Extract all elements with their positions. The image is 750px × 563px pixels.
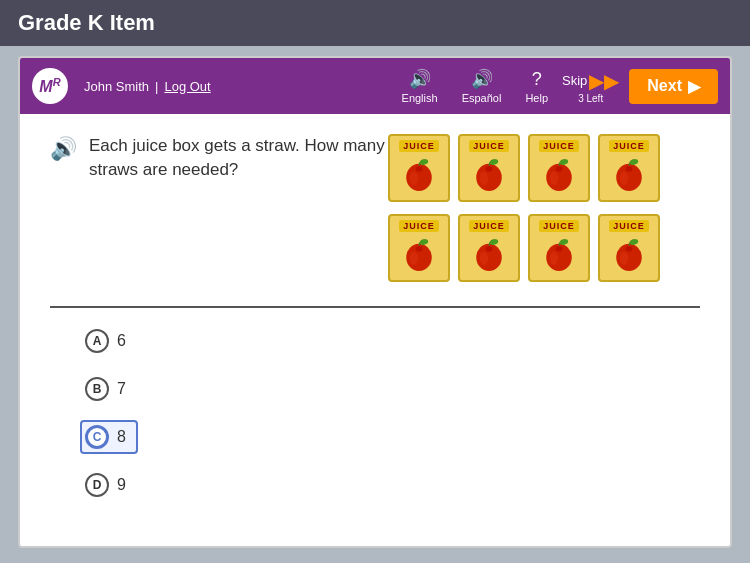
english-button[interactable]: 🔊 English [392,64,448,108]
apple-icon-2 [472,155,506,193]
svg-point-31 [626,246,633,251]
juice-label-4: JUICE [609,140,649,152]
question-left: 🔊 Each juice box gets a straw. How many … [50,134,388,182]
apple-icon-5 [402,235,436,273]
espanol-label: Español [462,92,502,104]
page-title: Grade K Item [18,10,155,36]
skip-forward-icon: ▶▶ [589,69,619,93]
skip-container: Skip ▶▶ 3 Left [562,69,619,104]
help-button[interactable]: ? Help [515,65,558,108]
svg-point-13 [620,171,629,185]
question-text: Each juice box gets a straw. How many st… [89,134,388,182]
answer-text-b: 7 [117,380,126,398]
apple-icon-6 [472,235,506,273]
svg-point-11 [556,166,563,171]
juice-label-6: JUICE [469,220,509,232]
skip-left: 3 Left [578,93,603,104]
juice-label-7: JUICE [539,220,579,232]
juice-label-5: JUICE [399,220,439,232]
answer-text-d: 9 [117,476,126,494]
audio-english-icon: 🔊 [409,68,431,90]
juice-box-3: JUICE [528,134,590,202]
juice-box-6: JUICE [458,214,520,282]
svg-point-5 [480,171,489,185]
juice-box-5: JUICE [388,214,450,282]
svg-point-21 [480,251,489,265]
svg-point-3 [416,166,423,171]
skip-label: Skip [562,73,587,88]
content-area: 🔊 Each juice box gets a straw. How many … [20,114,730,522]
apple-icon-4 [612,155,646,193]
apple-icon-8 [612,235,646,273]
apple-icon-3 [542,155,576,193]
answer-item-d[interactable]: D 9 [80,468,700,502]
juice-box-4: JUICE [598,134,660,202]
juice-box-2: JUICE [458,134,520,202]
juice-grid: JUICE JUICE [388,134,660,286]
svg-point-25 [550,251,559,265]
juice-box-8: JUICE [598,214,660,282]
user-info: John Smith | Log Out [84,79,211,94]
svg-point-23 [486,246,493,251]
main-container: MR John Smith | Log Out 🔊 English 🔊 Espa… [18,56,732,548]
answer-circle-d: D [85,473,109,497]
answer-text-c: 8 [117,428,126,446]
answer-text-a: 6 [117,332,126,350]
svg-point-9 [550,171,559,185]
divider: | [155,79,158,94]
next-label: Next [647,77,682,95]
question-audio-icon[interactable]: 🔊 [50,136,77,162]
juice-label-8: JUICE [609,220,649,232]
svg-point-1 [410,171,419,185]
help-icon: ? [532,69,542,90]
juice-label-1: JUICE [399,140,439,152]
help-label: Help [525,92,548,104]
svg-point-19 [416,246,423,251]
juice-box-7: JUICE [528,214,590,282]
next-arrow-icon: ▶ [688,77,700,96]
answer-circle-c: C [85,425,109,449]
answer-wrapper-b[interactable]: B 7 [80,372,138,406]
logo-icon: MR [32,68,68,104]
answer-wrapper-c[interactable]: C 8 [80,420,138,454]
svg-point-15 [626,166,633,171]
answer-choices: A 6 B 7 C 8 D 9 [50,324,700,502]
svg-point-17 [410,251,419,265]
user-name: John Smith [84,79,149,94]
svg-point-29 [620,251,629,265]
next-button[interactable]: Next ▶ [629,69,718,104]
espanol-button[interactable]: 🔊 Español [452,64,512,108]
apple-icon-1 [402,155,436,193]
answer-circle-a: A [85,329,109,353]
question-row: 🔊 Each juice box gets a straw. How many … [50,134,700,286]
juice-label-3: JUICE [539,140,579,152]
skip-button[interactable]: Skip ▶▶ [562,69,619,93]
answer-item-a[interactable]: A 6 [80,324,700,358]
title-bar: Grade K Item [0,0,750,46]
logo: MR [32,68,68,104]
answer-wrapper-a[interactable]: A 6 [80,324,138,358]
nav-buttons: 🔊 English 🔊 Español ? Help Skip ▶▶ 3 Lef… [392,64,718,108]
section-divider [50,306,700,308]
header-bar: MR John Smith | Log Out 🔊 English 🔊 Espa… [20,58,730,114]
answer-circle-b: B [85,377,109,401]
answer-wrapper-d[interactable]: D 9 [80,468,138,502]
answer-item-c[interactable]: C 8 [80,420,700,454]
logout-link[interactable]: Log Out [164,79,210,94]
apple-icon-7 [542,235,576,273]
english-label: English [402,92,438,104]
svg-point-27 [556,246,563,251]
svg-point-7 [486,166,493,171]
juice-label-2: JUICE [469,140,509,152]
answer-item-b[interactable]: B 7 [80,372,700,406]
audio-espanol-icon: 🔊 [471,68,493,90]
juice-box-1: JUICE [388,134,450,202]
